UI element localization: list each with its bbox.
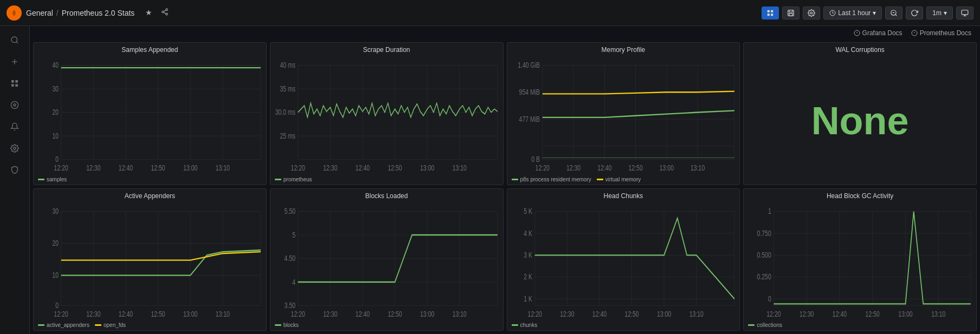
svg-text:12:50: 12:50 (151, 310, 165, 318)
svg-text:12:20: 12:20 (291, 310, 305, 318)
settings-button[interactable] (803, 6, 820, 19)
svg-text:12:30: 12:30 (800, 310, 814, 318)
svg-text:13:00: 13:00 (899, 310, 913, 318)
navbar-action-icons: ★ (143, 6, 171, 19)
svg-text:12:50: 12:50 (388, 163, 402, 172)
time-range-button[interactable]: Last 1 hour ▾ (823, 6, 882, 19)
svg-text:0 B: 0 B (531, 155, 540, 164)
svg-text:13:10: 13:10 (452, 163, 466, 172)
svg-text:12:40: 12:40 (356, 163, 370, 172)
svg-text:13:10: 13:10 (216, 163, 230, 172)
legend-virtual-memory: virtual memory (597, 176, 641, 182)
panel-memory-profile: Memory Profile (507, 42, 740, 185)
main-layout: Grafana Docs Prometheus Docs Samples App… (0, 26, 980, 334)
prometheus-docs-link[interactable]: Prometheus Docs (911, 29, 971, 37)
svg-text:4 K: 4 K (524, 229, 532, 238)
svg-line-4 (164, 12, 166, 14)
svg-text:954 MiB: 954 MiB (519, 88, 540, 96)
svg-text:30: 30 (52, 207, 59, 215)
interval-button[interactable]: 1m ▾ (926, 6, 953, 19)
sidebar-explore[interactable] (5, 95, 24, 115)
sidebar-alerts[interactable] (5, 117, 24, 136)
grafana-logo (7, 5, 22, 21)
svg-text:13:10: 13:10 (690, 163, 704, 172)
svg-text:30.0 ms: 30.0 ms (275, 108, 295, 117)
sidebar-shield[interactable] (5, 160, 24, 180)
legend-label-samples: samples (47, 176, 67, 182)
panel-memory-profile-body: 1.40 GiB 954 MiB 477 MiB 0 B 12:20 12:30… (507, 55, 740, 175)
svg-text:4.50: 4.50 (284, 254, 295, 263)
panel-scrape-duration-title: Scrape Duration (270, 43, 503, 55)
panel-active-appenders-body: 30 20 10 0 12:20 12:30 12:40 12:50 13:00… (34, 201, 266, 321)
legend-chunks: chunks (512, 322, 538, 328)
panel-samples-appended-body: 40 30 20 10 0 12:20 12:30 12:40 12:50 13… (34, 55, 266, 175)
legend-label-collections: collections (757, 322, 782, 328)
svg-text:12:20: 12:20 (535, 163, 549, 172)
add-panel-button[interactable] (762, 6, 779, 19)
docs-row: Grafana Docs Prometheus Docs (30, 26, 980, 39)
svg-text:0: 0 (55, 301, 59, 310)
refresh-button[interactable] (906, 6, 923, 19)
navbar-right: Last 1 hour ▾ 1m ▾ (762, 6, 973, 19)
legend-dot-blocks (275, 324, 281, 326)
svg-text:4: 4 (292, 278, 295, 286)
svg-rect-26 (15, 84, 18, 87)
panel-head-block-gc: Head Block GC Activity (743, 188, 977, 331)
panel-active-appenders: Active Appenders 30 (33, 188, 267, 331)
legend-samples: samples (38, 176, 67, 182)
svg-text:13:00: 13:00 (183, 310, 197, 318)
svg-text:12:40: 12:40 (356, 310, 370, 318)
legend-dot-prometheus (275, 179, 281, 180)
svg-text:0.750: 0.750 (757, 229, 771, 238)
panel-samples-appended: Samples Appended (33, 42, 267, 185)
legend-blocks: blocks (275, 322, 299, 328)
sidebar-dashboards[interactable] (5, 74, 24, 93)
legend-dot-fds (95, 324, 101, 326)
panel-head-block-gc-title: Head Block GC Activity (744, 189, 976, 201)
svg-point-11 (811, 12, 813, 14)
sidebar-settings[interactable] (5, 139, 24, 158)
legend-label-active: active_appenders (47, 322, 89, 328)
sidebar-add[interactable] (5, 52, 24, 71)
svg-text:0: 0 (55, 155, 59, 164)
legend-dot-samples (38, 179, 44, 180)
svg-text:13:10: 13:10 (216, 310, 230, 318)
svg-text:12:50: 12:50 (628, 163, 642, 172)
svg-text:35 ms: 35 ms (280, 84, 295, 93)
svg-text:1 K: 1 K (524, 294, 532, 303)
svg-line-14 (895, 14, 897, 16)
legend-open-fds: open_fds (95, 322, 126, 328)
star-icon[interactable]: ★ (143, 6, 154, 19)
svg-text:10: 10 (52, 271, 59, 279)
interval-chevron-icon: ▾ (944, 9, 947, 17)
legend-dot-collections (748, 324, 755, 326)
svg-text:5.50: 5.50 (284, 207, 295, 215)
svg-text:13:00: 13:00 (659, 163, 673, 172)
legend-label-blocks: blocks (283, 322, 299, 328)
svg-text:12:50: 12:50 (388, 310, 402, 318)
svg-text:5: 5 (292, 231, 295, 239)
svg-text:12:20: 12:20 (54, 310, 68, 318)
svg-text:12:50: 12:50 (151, 163, 165, 172)
svg-point-27 (11, 101, 18, 108)
breadcrumb-parent[interactable]: General (26, 9, 53, 17)
panel-samples-appended-title: Samples Appended (34, 43, 266, 55)
share-icon[interactable] (159, 6, 171, 19)
zoom-out-button[interactable] (885, 6, 902, 19)
panel-head-chunks-body: 5 K 4 K 3 K 2 K 1 K 12:20 12:30 12:40 12… (507, 201, 740, 321)
svg-point-1 (166, 9, 168, 11)
svg-rect-25 (11, 84, 14, 87)
grafana-docs-link[interactable]: Grafana Docs (854, 29, 902, 37)
svg-text:3 K: 3 K (524, 251, 532, 259)
tv-mode-button[interactable] (956, 6, 973, 19)
panel-head-block-gc-body: 1 0.750 0.500 0.250 0 12:20 12:30 12:40 … (744, 201, 976, 321)
sidebar-search[interactable] (5, 30, 24, 50)
save-button[interactable] (782, 6, 800, 19)
svg-text:40 ms: 40 ms (280, 61, 295, 70)
svg-text:13:00: 13:00 (183, 163, 197, 172)
svg-text:0.500: 0.500 (757, 251, 771, 259)
svg-text:12:20: 12:20 (291, 163, 305, 172)
main-content: Grafana Docs Prometheus Docs Samples App… (30, 26, 980, 334)
svg-text:12:50: 12:50 (866, 310, 880, 318)
svg-text:13:10: 13:10 (931, 310, 945, 318)
